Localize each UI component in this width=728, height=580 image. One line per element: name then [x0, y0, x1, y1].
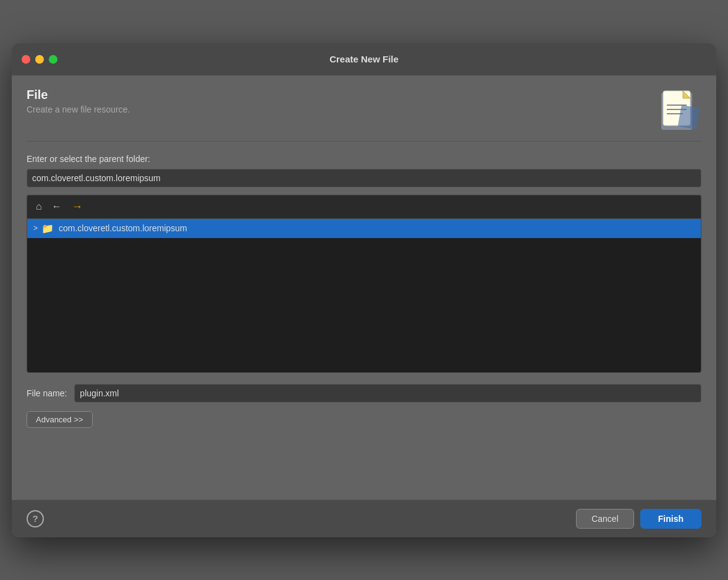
folder-label: Enter or select the parent folder: — [27, 154, 701, 164]
chevron-icon: > — [33, 224, 38, 232]
file-icon-container — [658, 88, 701, 131]
maximize-button[interactable] — [49, 55, 57, 64]
bottom-actions: Cancel Finish — [576, 509, 701, 529]
bottom-bar: ? Cancel Finish — [12, 500, 716, 537]
tree-item[interactable]: > 📁 com.cloveretl.custom.loremipsum — [27, 219, 701, 238]
window-controls — [22, 55, 57, 64]
back-icon: ← — [52, 201, 62, 211]
close-button[interactable] — [22, 55, 30, 64]
titlebar: Create New File — [12, 43, 716, 75]
folder-icon: 📁 — [41, 223, 54, 234]
home-button[interactable]: ⌂ — [33, 200, 44, 213]
help-icon: ? — [32, 513, 38, 524]
forward-icon: → — [72, 200, 83, 213]
finish-button[interactable]: Finish — [640, 509, 701, 529]
parent-folder-input[interactable] — [27, 169, 701, 187]
section-title: File — [27, 88, 658, 102]
cancel-button[interactable]: Cancel — [576, 509, 634, 529]
tree-container[interactable]: > 📁 com.cloveretl.custom.loremipsum — [27, 218, 701, 373]
header-section: File Create a new file resource. — [27, 88, 701, 142]
svg-rect-8 — [678, 104, 700, 129]
filename-label: File name: — [27, 388, 67, 398]
dialog-title: Create New File — [329, 54, 399, 64]
create-new-file-dialog: Create New File File Create a new file r… — [12, 43, 716, 537]
filename-input[interactable] — [74, 384, 701, 403]
back-button[interactable]: ← — [49, 200, 64, 213]
dialog-content: File Create a new file resource. — [12, 75, 716, 450]
tree-toolbar: ⌂ ← → — [27, 195, 701, 218]
help-button[interactable]: ? — [27, 510, 44, 527]
minimize-button[interactable] — [35, 55, 44, 64]
filename-section: File name: — [27, 384, 701, 403]
section-subtitle: Create a new file resource. — [27, 104, 658, 114]
advanced-button[interactable]: Advanced >> — [27, 411, 93, 428]
file-icon — [658, 88, 701, 131]
tree-item-label: com.cloveretl.custom.loremipsum — [59, 223, 187, 233]
home-icon: ⌂ — [36, 201, 42, 211]
forward-button[interactable]: → — [69, 199, 85, 215]
header-left: File Create a new file resource. — [27, 88, 658, 114]
